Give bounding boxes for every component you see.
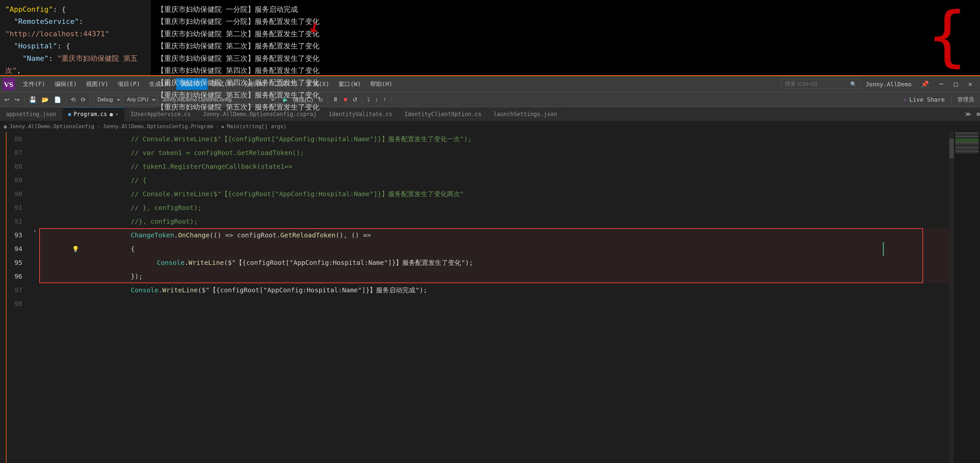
line-num-87: 87 — [6, 146, 27, 159]
code-line-97: Console.WriteLine($"【{configRoot["AppCon… — [39, 283, 949, 297]
code-line-90: // Console.WriteLine($"【{configRoot["App… — [39, 187, 949, 201]
tab-modified: ● — [110, 111, 113, 118]
menu-view[interactable]: 视图(V) — [81, 78, 113, 90]
terminal-left: "AppConfig": { "RemoteService": "http://… — [0, 0, 150, 75]
code-line-91: // }, configRoot); — [39, 201, 949, 215]
line-num-95: 95 — [6, 256, 27, 269]
code-line-96: }); — [39, 269, 949, 283]
undo-btn[interactable]: ↩ — [3, 95, 11, 105]
save-btn[interactable]: 💾 — [27, 95, 38, 105]
left-gutter — [0, 132, 6, 463]
editor-area: 86 87 88 89 90 91 92 93 94 95 96 97 98 ▾… — [0, 132, 980, 463]
breadcrumb-icon: ■ — [4, 124, 6, 129]
line-num-89: 89 — [6, 173, 27, 187]
line-num-93: 93 — [6, 228, 27, 242]
redo-btn[interactable]: ↪ — [13, 95, 22, 105]
fold-gutter: ▾ — [33, 132, 39, 463]
tab-icon: ■ — [68, 111, 71, 117]
tab-appsetting[interactable]: appsetting.json — [0, 107, 62, 121]
menu-edit[interactable]: 编辑(E) — [50, 78, 82, 90]
vertical-scrollbar[interactable] — [949, 132, 954, 463]
terminal-left-line: "Name": "重庆市妇幼保健院 第五次", — [5, 53, 145, 77]
console-line: 【重庆市妇幼保健院 第五次】服务配置发生了变化 — [157, 89, 974, 101]
undo2-btn[interactable]: ⟲ — [69, 95, 78, 105]
breadcrumb-member[interactable]: Main(string[] args) — [227, 123, 286, 129]
terminal-left-line: "RemoteService": "http://localhost:44371… — [5, 15, 145, 40]
line-num-91: 91 — [6, 201, 27, 215]
code-line-89: // { — [39, 173, 949, 187]
breadcrumb-sep-1: › — [97, 123, 100, 129]
vs-logo: VS — [3, 78, 15, 90]
menu-project[interactable]: 项目(P) — [113, 78, 145, 90]
code-line-88: // token1.RegisterChangeCallback(state1=… — [39, 159, 949, 173]
breadcrumb-icon2: ◆ — [221, 124, 224, 129]
code-line-93: ChangeToken.OnChange(() => configRoot.Ge… — [39, 228, 949, 242]
tab-label: Program.cs — [73, 111, 107, 118]
code-line-98 — [39, 297, 949, 310]
open-btn[interactable]: 📂 — [40, 95, 51, 105]
menu-file[interactable]: 文件(F) — [18, 78, 50, 90]
debug-config-select[interactable]: Debug — [93, 95, 121, 105]
redo2-btn[interactable]: ⟳ — [79, 95, 88, 105]
breadcrumb-file[interactable]: Jonny.AllDemo.OptionsConfig.Program — [103, 123, 213, 129]
line-num-88: 88 — [6, 159, 27, 173]
line-num-97: 97 — [6, 283, 27, 297]
code-panel[interactable]: // Console.WriteLine($"【{configRoot["App… — [39, 132, 949, 463]
tab-extra-controls: ⚙ — [977, 110, 980, 118]
line-num-90: 90 — [6, 187, 27, 201]
breadcrumb-sep-2: › — [215, 123, 219, 129]
code-line-95: Console.WriteLine($"【{configRoot["AppCon… — [39, 256, 949, 269]
new-btn[interactable]: 📄 — [52, 95, 63, 105]
platform-select[interactable]: Any CPU — [123, 95, 157, 105]
toolbar-sep-2 — [66, 95, 66, 104]
code-line-86: // Console.WriteLine($"【{configRoot["App… — [39, 132, 949, 146]
terminal-left-line: "Hospital": { — [5, 40, 145, 52]
breadcrumb-project[interactable]: Jonny.AllDemo.OptionsConfig — [9, 123, 94, 129]
console-line: 【重庆市妇幼保健院 第三次】服务配置发生了变化 — [157, 53, 974, 64]
toolbar-sep-3 — [90, 95, 91, 104]
console-line: 【重庆市妇幼保健院 第二次】服务配置发生了变化 — [157, 28, 974, 40]
code-line-94: 💡 { — [39, 242, 949, 256]
console-line: 【重庆市妇幼保健院 一分院】服务启动完成 — [157, 3, 974, 15]
line-num-96: 96 — [6, 269, 27, 283]
tab-label: appsetting.json — [6, 111, 56, 118]
console-line: 【重庆市妇幼保健院 第四次】服务配置发生了变化 — [157, 64, 974, 76]
line-numbers: 86 87 88 89 90 91 92 93 94 95 96 97 98 — [6, 132, 33, 463]
console-line: 【重庆市妇幼保健院 一分院】服务配置发生了变化 — [157, 15, 974, 27]
terminal-left-line: "AppConfig": { — [5, 3, 145, 15]
minimap — [954, 132, 980, 463]
fold-icon-93[interactable]: ▾ — [33, 228, 36, 234]
line-num-98: 98 — [6, 297, 27, 310]
terminal-right: 【重庆市妇幼保健院 一分院】服务启动完成 【重庆市妇幼保健院 一分院】服务配置发… — [150, 0, 980, 75]
code-line-92: //}, configRoot); — [39, 215, 949, 228]
tab-close[interactable]: ✕ — [116, 111, 118, 117]
tab-program[interactable]: ■ Program.cs ● ✕ — [62, 107, 124, 121]
line-num-92: 92 — [6, 215, 27, 228]
line-num-86: 86 — [6, 132, 27, 146]
code-line-87: // var token1 = configRoot.GetReloadToke… — [39, 146, 949, 159]
tab-settings-icon[interactable]: ⚙ — [977, 110, 980, 118]
console-line: 【重庆市妇幼保健院 第四次】服务配置发生了变化 — [157, 76, 974, 89]
breadcrumb-bar: ■ Jonny.AllDemo.OptionsConfig › Jonny.Al… — [0, 121, 980, 132]
terminal-area: "AppConfig": { "RemoteService": "http://… — [0, 0, 980, 75]
line-num-94: 94 — [6, 242, 27, 256]
cursor-line — [883, 242, 884, 256]
svg-text:VS: VS — [4, 80, 13, 89]
lightbulb-icon[interactable]: 💡 — [72, 245, 79, 253]
console-line: 【重庆市妇幼保健院 第五次】服务配置发生了变化 — [157, 101, 974, 113]
console-line: 【重庆市妇幼保健院 第二次】服务配置发生了变化 — [157, 40, 974, 52]
scrollbar-thumb[interactable] — [949, 138, 954, 158]
